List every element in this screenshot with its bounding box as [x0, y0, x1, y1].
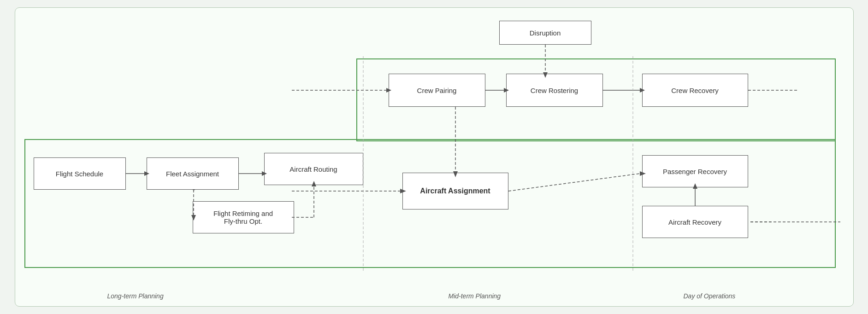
- crew-rostering-label: Crew Rostering: [531, 87, 578, 94]
- main-diagram: Disruption Flight Schedule Fleet Assignm…: [15, 7, 854, 307]
- disruption-label: Disruption: [530, 29, 561, 37]
- crew-recovery-label: Crew Recovery: [671, 87, 719, 94]
- aircraft-routing-label: Aircraft Routing: [289, 165, 337, 173]
- crew-recovery-box: Crew Recovery: [642, 74, 748, 107]
- crew-rostering-box: Crew Rostering: [506, 74, 603, 107]
- aircraft-assignment-label: Aircraft Assignment: [420, 187, 490, 195]
- flight-retiming-label: Flight Retiming andFly-thru Opt.: [213, 209, 273, 225]
- crew-pairing-label: Crew Pairing: [417, 87, 457, 94]
- passenger-recovery-box: Passenger Recovery: [642, 155, 748, 187]
- disruption-box: Disruption: [499, 21, 591, 45]
- long-term-label: Long-term Planning: [107, 292, 164, 300]
- aircraft-routing-box: Aircraft Routing: [264, 153, 363, 185]
- fleet-assignment-box: Fleet Assignment: [147, 157, 239, 190]
- flight-schedule-box: Flight Schedule: [34, 157, 126, 190]
- aircraft-recovery-label: Aircraft Recovery: [668, 218, 721, 226]
- flight-retiming-box: Flight Retiming andFly-thru Opt.: [193, 201, 294, 233]
- mid-term-label: Mid-term Planning: [449, 292, 501, 300]
- crew-pairing-box: Crew Pairing: [389, 74, 485, 107]
- fleet-assignment-label: Fleet Assignment: [166, 170, 219, 178]
- aircraft-assignment-box: Aircraft Assignment: [402, 173, 508, 209]
- aircraft-recovery-box: Aircraft Recovery: [642, 206, 748, 238]
- day-of-ops-label: Day of Operations: [684, 292, 736, 300]
- flight-schedule-label: Flight Schedule: [56, 170, 103, 178]
- passenger-recovery-label: Passenger Recovery: [663, 168, 727, 175]
